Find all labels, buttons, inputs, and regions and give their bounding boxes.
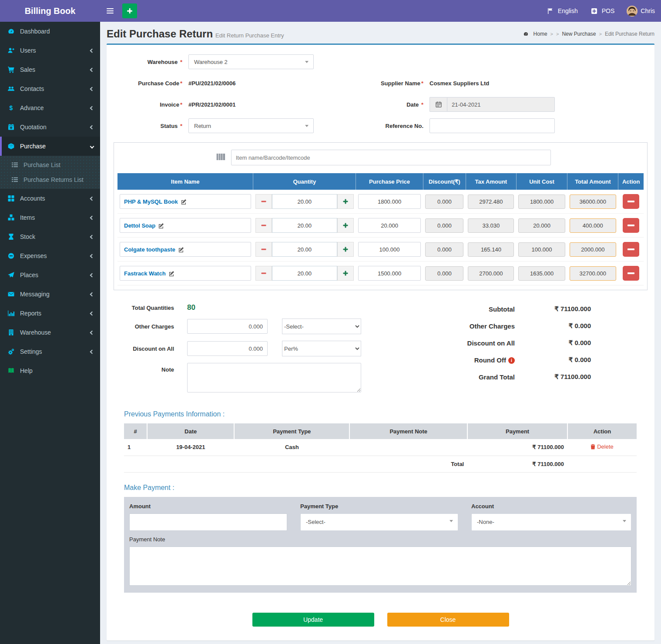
other-charges-input[interactable] [187,319,268,334]
quick-add-button[interactable] [122,3,137,18]
breadcrumb-current: Edit Purchase Return [605,31,654,37]
paper-plane-icon [7,272,15,278]
item-name-link[interactable]: Colgate toothpaste [124,246,175,253]
account-select[interactable]: -None- [471,513,631,531]
remove-row-button[interactable] [623,194,639,209]
discount-total-value: ₹ 0.000 [515,339,591,347]
discount-value: 0.000 [425,195,463,209]
sidebar-item-purchase-list[interactable]: Purchase List [0,158,100,172]
delete-payment-link[interactable]: Delete [591,443,614,450]
qty-input[interactable] [272,194,337,209]
remove-row-button[interactable] [623,218,639,233]
date-input[interactable] [447,97,555,112]
qty-decrease-button[interactable] [255,194,272,209]
list-icon [10,176,19,183]
user-menu[interactable]: Chris [621,0,661,22]
qty-increase-button[interactable] [337,266,354,281]
remove-row-button[interactable] [623,242,639,257]
reference-input[interactable] [429,118,555,133]
info-icon[interactable] [508,357,515,364]
supplier-label: Supplier Name* [377,80,429,87]
edit-icon[interactable] [181,199,187,205]
amount-label: Amount [129,503,287,510]
chevron-left-icon [90,292,94,296]
edit-icon[interactable] [169,271,174,276]
payment-row: 1 19-04-2021 Cash ₹ 71100.000 Delete [124,439,637,456]
chevron-left-icon [90,196,94,201]
sidebar-item-purchase-returns-list[interactable]: Purchase Returns List [0,172,100,187]
sidebar-item-contacts[interactable]: Contacts [0,79,100,98]
sidebar-item-items[interactable]: Items [0,208,100,227]
unit-cost-value: 1800.000 [518,195,565,209]
qty-decrease-button[interactable] [255,218,272,233]
table-row: Dettol Soap 0.000 33.030 20.000 400.000 [117,214,644,238]
sidebar-item-dashboard[interactable]: Dashboard [0,22,100,41]
purchase-price-input[interactable] [358,194,421,209]
items-table: Item Name Quantity Purchase Price Discou… [117,173,644,285]
qty-increase-button[interactable] [337,194,354,209]
item-name-link[interactable]: PHP & MySQL Book [124,198,178,205]
edit-icon[interactable] [178,247,184,252]
payment-note-textarea[interactable] [129,547,631,586]
language-menu[interactable]: English [540,0,584,22]
qty-decrease-button[interactable] [255,242,272,257]
other-charges-total-value: ₹ 0.000 [515,322,591,330]
pos-button[interactable]: POS [584,0,621,22]
qty-input[interactable] [272,242,337,257]
sidebar-item-advance[interactable]: $ Advance [0,98,100,117]
sidebar-item-help[interactable]: Help [0,361,100,380]
purchase-price-input[interactable] [358,266,421,281]
sidebar-item-users[interactable]: Users [0,41,100,60]
sidebar-item-quotation[interactable]: Quotation [0,117,100,137]
qty-input[interactable] [272,266,337,281]
chevron-left-icon [90,48,94,53]
remove-row-button[interactable] [623,266,639,281]
discount-value: 0.000 [425,266,463,281]
payment-type-select[interactable]: -Select- [300,513,458,531]
close-button[interactable]: Close [387,613,509,627]
item-name-link[interactable]: Fastrack Watch [124,270,166,277]
other-charges-type-select[interactable]: -Select- [282,319,361,334]
chevron-left-icon [90,349,94,354]
qty-input[interactable] [272,218,337,233]
grand-total-value: ₹ 71100.000 [515,373,591,381]
sidebar-item-stock[interactable]: Stock [0,227,100,246]
warehouse-select[interactable]: Warehouse 2 [188,54,314,69]
status-select[interactable]: Return [188,118,314,133]
purchase-price-input[interactable] [358,242,421,257]
sidebar-item-sales[interactable]: Sales [0,60,100,79]
sidebar-item-accounts[interactable]: Accounts [0,189,100,208]
tax-amount-value: 2972.480 [468,195,514,209]
sidebar-item-places[interactable]: Places [0,265,100,285]
sidebar-item-warehouse[interactable]: Warehouse [0,323,100,342]
item-search-input[interactable] [231,150,551,165]
breadcrumb-new-purchase[interactable]: New Purchase [562,31,596,37]
qty-increase-button[interactable] [337,242,354,257]
sidebar-item-expenses[interactable]: Expenses [0,246,100,265]
chevron-left-icon [90,273,94,277]
amount-input[interactable] [129,513,287,531]
gears-icon [7,348,15,355]
sidebar-toggle-button[interactable] [100,0,120,22]
tax-amount-value: 33.030 [468,218,514,233]
qty-decrease-button[interactable] [255,266,272,281]
calendar-plus-icon [7,124,15,131]
purchase-price-input[interactable] [358,218,421,233]
edit-icon[interactable] [158,223,164,228]
sidebar-item-settings[interactable]: Settings [0,342,100,361]
sidebar-item-purchase[interactable]: Purchase [0,137,100,156]
sidebar-item-reports[interactable]: Reports [0,304,100,323]
total-amount-value: 32700.000 [570,266,616,281]
discount-type-select[interactable]: Per% [282,341,361,356]
calendar-icon [429,97,447,112]
update-button[interactable]: Update [252,613,374,627]
total-amount-value: 36000.000 [570,195,616,209]
discount-on-all-input[interactable] [187,341,268,356]
note-textarea[interactable] [187,363,361,392]
sidebar-item-messaging[interactable]: Messaging [0,285,100,304]
app-logo[interactable]: Billing Book [0,0,100,22]
building-icon [7,329,15,336]
qty-increase-button[interactable] [337,218,354,233]
breadcrumb-home[interactable]: Home [533,31,547,37]
item-name-link[interactable]: Dettol Soap [124,222,155,229]
